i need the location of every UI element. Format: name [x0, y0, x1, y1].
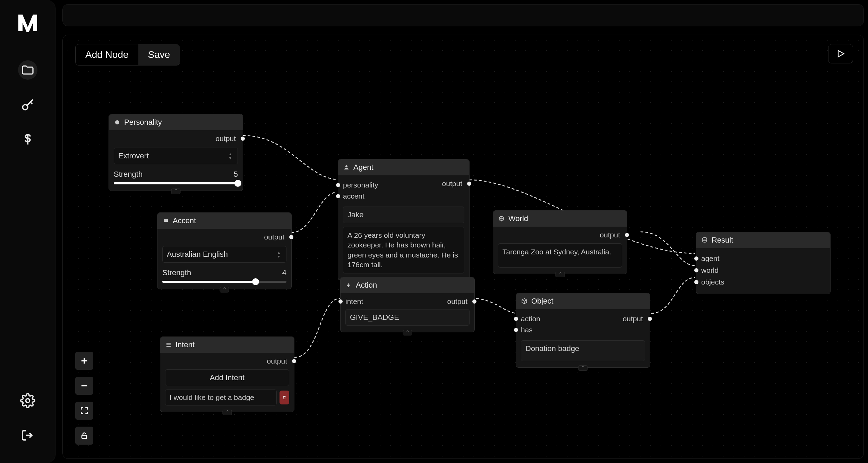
agent-name-input[interactable]: Jake — [343, 207, 464, 223]
svg-point-1 — [26, 399, 29, 403]
node-title: World — [508, 214, 528, 223]
select-value: Extrovert — [118, 151, 149, 160]
input-port-world[interactable] — [694, 268, 698, 272]
input-port-label: agent — [701, 254, 720, 263]
agent-description-input[interactable]: A 26 years old voluntary zookeeper. He h… — [343, 227, 464, 273]
port-output-label: output — [267, 357, 287, 365]
output-port[interactable] — [241, 137, 245, 141]
canvas-toolbar: Add Node Save — [75, 44, 180, 65]
input-port-has[interactable] — [514, 328, 518, 332]
output-port[interactable] — [472, 299, 476, 304]
node-intent[interactable]: Intent output Add Intent I would like to… — [160, 337, 294, 412]
strength-label: Strength — [114, 170, 143, 179]
input-port-personality[interactable] — [336, 183, 340, 187]
add-node-button[interactable]: Add Node — [76, 44, 138, 65]
chevron-updown-icon — [278, 251, 282, 257]
input-port-label: objects — [701, 278, 724, 286]
input-port-accent[interactable] — [336, 194, 340, 198]
nav-key-icon[interactable] — [18, 95, 37, 114]
svg-point-4 — [115, 120, 119, 124]
node-header[interactable]: Agent — [338, 159, 469, 175]
chevron-updown-icon — [229, 153, 233, 159]
node-agent[interactable]: Agent personality accent — [338, 159, 470, 280]
personality-select[interactable]: Extrovert — [114, 148, 238, 164]
save-button[interactable]: Save — [138, 44, 180, 65]
node-canvas[interactable]: Add Node Save — [63, 35, 863, 458]
zoom-out-button[interactable] — [75, 377, 93, 395]
node-header[interactable]: World — [493, 211, 627, 227]
collapse-caret-icon[interactable]: ⌃ — [223, 410, 232, 415]
nav-settings-icon[interactable] — [18, 391, 37, 410]
node-title: Result — [712, 236, 733, 245]
nav-dollar-icon[interactable] — [18, 130, 37, 149]
intent-text[interactable]: I would like to get a badge — [165, 390, 277, 405]
run-button[interactable] — [828, 44, 853, 63]
accent-select[interactable]: Australian English — [162, 246, 286, 263]
input-port-agent[interactable] — [694, 256, 698, 261]
output-port[interactable] — [292, 359, 296, 363]
node-result[interactable]: Result agent world objects — [696, 232, 831, 294]
object-value-input[interactable]: Donation badge — [521, 340, 645, 361]
port-output-label: output — [216, 134, 236, 143]
node-title: Agent — [353, 163, 373, 172]
node-object[interactable]: Object action has outp — [516, 293, 650, 368]
port-output-label: output — [600, 231, 620, 239]
input-port-objects[interactable] — [694, 280, 698, 284]
user-icon — [343, 164, 350, 171]
output-port[interactable] — [467, 182, 471, 186]
svg-point-5 — [345, 165, 347, 167]
node-personality[interactable]: Personality output Extrovert Strength 5 — [109, 114, 243, 191]
node-header[interactable]: Personality — [109, 114, 243, 130]
node-title: Action — [356, 281, 377, 290]
world-description-input[interactable]: Taronga Zoo at Sydney, Australia. — [498, 243, 622, 268]
canvas-container: Add Node Save — [62, 35, 864, 459]
port-output-label: output — [447, 297, 467, 306]
svg-marker-2 — [838, 51, 844, 57]
collapse-caret-icon[interactable]: ⌃ — [556, 272, 565, 277]
node-world[interactable]: World output Taronga Zoo at Sydney, Aust… — [493, 210, 627, 274]
zoom-in-button[interactable] — [75, 352, 93, 370]
personality-icon — [114, 119, 121, 126]
fit-view-button[interactable] — [75, 402, 93, 420]
input-port-label: accent — [343, 192, 364, 200]
collapse-caret-icon[interactable]: ⌃ — [171, 189, 181, 194]
node-header[interactable]: Accent — [157, 213, 291, 229]
collapse-caret-icon[interactable]: ⌃ — [403, 330, 412, 335]
nav-logout-icon[interactable] — [18, 426, 37, 445]
node-header[interactable]: Action — [341, 277, 474, 293]
node-accent[interactable]: Accent output Australian English Strengt… — [157, 212, 292, 289]
bolt-icon — [345, 282, 352, 289]
node-header[interactable]: Result — [696, 232, 830, 248]
svg-point-7 — [703, 238, 707, 239]
action-value-input[interactable]: GIVE_BADGE — [345, 309, 470, 326]
delete-intent-button[interactable] — [280, 391, 289, 404]
strength-value: 4 — [282, 268, 286, 277]
node-title: Object — [531, 297, 553, 306]
output-port[interactable] — [289, 235, 293, 239]
node-header[interactable]: Intent — [160, 337, 294, 353]
output-port[interactable] — [625, 233, 629, 237]
output-port[interactable] — [648, 317, 652, 321]
input-port-label: intent — [345, 297, 363, 306]
strength-slider[interactable] — [162, 281, 286, 283]
svg-rect-3 — [82, 435, 87, 438]
input-port-intent[interactable] — [338, 299, 343, 304]
port-output-label: output — [623, 315, 643, 323]
node-header[interactable]: Object — [516, 293, 650, 309]
strength-slider[interactable] — [114, 182, 238, 184]
nav-folder-icon[interactable] — [18, 60, 37, 80]
collapse-caret-icon[interactable]: ⌃ — [578, 365, 588, 371]
node-title: Accent — [173, 216, 196, 225]
top-search-bar[interactable] — [62, 4, 864, 26]
input-port-label: has — [521, 326, 533, 334]
canvas-controls — [75, 352, 93, 445]
menu-icon — [165, 341, 172, 348]
strength-value: 5 — [234, 170, 238, 179]
input-port-action[interactable] — [514, 317, 518, 321]
add-intent-button[interactable]: Add Intent — [165, 369, 289, 386]
node-action[interactable]: Action intent output GIVE_BADGE ⌃ — [340, 277, 475, 332]
collapse-caret-icon[interactable]: ⌃ — [220, 287, 229, 292]
cube-icon — [521, 298, 528, 305]
lock-button[interactable] — [75, 427, 93, 445]
app-logo — [15, 10, 40, 35]
